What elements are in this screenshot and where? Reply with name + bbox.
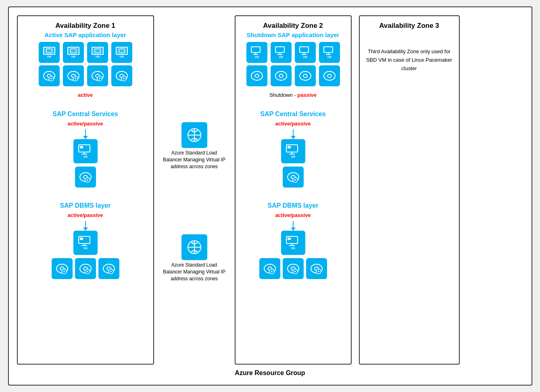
cs-vm-z1: VM	[73, 139, 98, 163]
arrow-dbms-z2	[293, 221, 294, 231]
disk-icon	[111, 65, 132, 86]
svg-rect-0	[46, 49, 52, 53]
zone3-description: Third Availability Zone only used for SB…	[365, 48, 454, 73]
vm-icon: VM	[87, 42, 108, 63]
zone1-dbms-label: SAP DBMS layer active/passive	[60, 201, 111, 219]
svg-rect-3	[95, 49, 100, 53]
vm-icon-z2: VM	[271, 42, 292, 63]
lb2-text: Azure Standard Load Balancer Managing Vi…	[162, 262, 227, 282]
svg-rect-72	[324, 47, 333, 52]
zone2-dbms-disks	[259, 258, 327, 279]
svg-rect-37	[80, 238, 83, 240]
zone2-app-layer: Shutdown SAP application layer VM VM VM	[240, 31, 346, 101]
dbms-vm-z2: VM	[281, 231, 305, 255]
zone2-shutdown-label: Shutdown - passive	[269, 90, 317, 99]
svg-point-80	[303, 74, 307, 77]
svg-rect-86	[288, 146, 291, 148]
zone1-active-label: active	[78, 90, 93, 99]
disk-icon-z2	[295, 65, 316, 86]
dbms-disk-z2	[259, 258, 280, 279]
zone1-cs-section: SAP Central Services active/passive VM	[23, 108, 148, 188]
zone1-vm-row: VM VM VM	[39, 42, 132, 63]
main-container: Availability Zone 1 Active SAP applicati…	[8, 6, 532, 386]
disk-icon	[39, 65, 60, 86]
svg-point-76	[255, 74, 259, 77]
vm-icon: VM	[39, 42, 60, 63]
zone1-cs-label: SAP Central Services active/passive	[52, 110, 118, 128]
zone1-title: Availability Zone 1	[55, 22, 115, 30]
disk-icon	[87, 65, 108, 86]
cs-disk-z2	[283, 167, 304, 188]
cs-vm-z2: VM	[281, 139, 305, 163]
lb2-icon	[181, 234, 207, 260]
disk-icon-z2	[319, 65, 340, 86]
svg-point-75	[251, 71, 263, 80]
svg-point-81	[324, 71, 335, 80]
dbms-vm-z1: VM	[73, 231, 98, 255]
dbms-disk-z1	[52, 258, 73, 279]
zone2-cs-section: SAP Central Services active/passive VM	[240, 108, 346, 188]
svg-rect-2	[71, 49, 76, 53]
monitor	[43, 47, 55, 55]
zone1-dbms-disks	[52, 258, 119, 279]
dbms-disk-z2	[283, 258, 304, 279]
svg-point-78	[279, 74, 283, 77]
svg-rect-66	[275, 47, 284, 52]
svg-point-77	[275, 71, 287, 80]
svg-rect-63	[251, 47, 260, 52]
dbms-disk-z2	[306, 258, 327, 279]
vm-icon-z2: VM	[246, 42, 267, 63]
vm-icon: VM	[63, 42, 84, 63]
svg-rect-69	[300, 47, 309, 52]
resource-group-label: Azure Resource Group	[235, 369, 305, 377]
zone2-app-layer-title: Shutdown SAP application layer	[247, 31, 340, 39]
cs-disk-z1	[75, 167, 96, 188]
lb1-wrapper: Azure Standard Load Balancer Managing Vi…	[162, 122, 227, 170]
arrow-cs-z1	[85, 129, 86, 139]
zone1-app-layer: Active SAP application layer VM VM	[23, 31, 148, 101]
svg-point-82	[327, 74, 332, 77]
middle-col: Azure Standard Load Balancer Managing Vi…	[154, 15, 235, 365]
diagram-area: Availability Zone 1 Active SAP applicati…	[17, 15, 523, 365]
vm-icon: VM	[111, 42, 132, 63]
svg-rect-4	[119, 49, 125, 53]
zone2-box: Availability Zone 2 Shutdown SAP applica…	[235, 15, 352, 365]
zone1-app-layer-title: Active SAP application layer	[44, 31, 126, 39]
zone1-disk-row	[39, 65, 132, 86]
dbms-disk-z1	[75, 258, 96, 279]
zone3-title: Availability Zone 3	[379, 22, 439, 30]
vm-icon-z2: VM	[319, 42, 340, 63]
dbms-disk-z1	[98, 258, 119, 279]
zone2-vm-row: VM VM VM VM	[246, 42, 340, 63]
zone2-title: Availability Zone 2	[263, 22, 323, 30]
svg-rect-95	[288, 238, 291, 240]
zone2-dbms-section: SAP DBMS layer active/passive VM	[240, 200, 346, 279]
zone1-box: Availability Zone 1 Active SAP applicati…	[17, 15, 154, 365]
lb2-wrapper: Azure Standard Load Balancer Managing Vi…	[162, 234, 227, 282]
arrow-dbms-z1	[85, 221, 86, 231]
lb1-text: Azure Standard Load Balancer Managing Vi…	[162, 150, 227, 170]
lb1-icon	[181, 122, 207, 148]
zone2-dbms-label: SAP DBMS layer active/passive	[268, 201, 319, 219]
disk-icon	[63, 65, 84, 86]
zone1-dbms-section: SAP DBMS layer active/passive VM	[23, 200, 148, 279]
arrow-cs-z2	[293, 129, 294, 139]
disk-icon-z2	[246, 65, 267, 86]
disk-icon-z2	[271, 65, 292, 86]
zone2-cs-label: SAP Central Services active/passive	[260, 110, 325, 128]
zone2-disk-row	[246, 65, 340, 86]
svg-point-79	[300, 71, 311, 80]
svg-rect-28	[80, 146, 83, 148]
vm-icon-z2: VM	[295, 42, 316, 63]
zone3-box: Availability Zone 3 Third Availability Z…	[359, 15, 460, 365]
